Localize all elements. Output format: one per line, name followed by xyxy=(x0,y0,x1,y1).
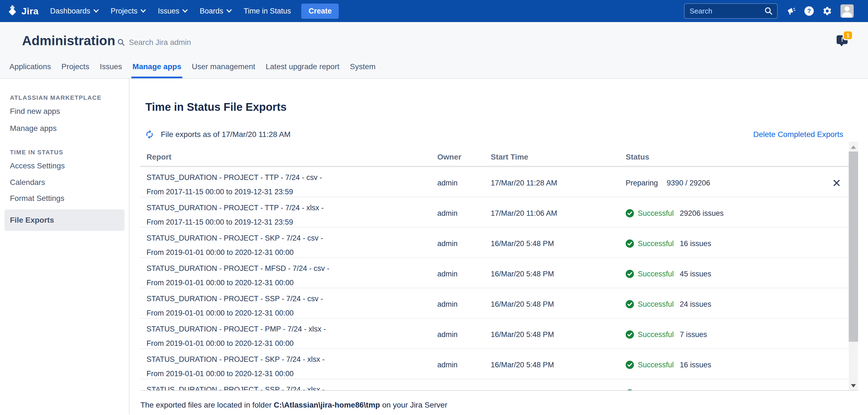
progress-count: 9390 / 29206 xyxy=(667,179,710,187)
user-avatar[interactable] xyxy=(840,4,854,18)
delete-completed-exports-link[interactable]: Delete Completed Exports xyxy=(753,130,843,139)
nav-projects[interactable]: Projects xyxy=(105,0,152,22)
navbar-search-input[interactable] xyxy=(689,7,765,16)
table-row: STATUS_DURATION - PROJECT - TTP - 7/24 -… xyxy=(141,167,849,197)
start-time-cell: 16/Mar/20 5:48 PM xyxy=(491,319,626,351)
chevron-down-icon xyxy=(227,9,231,13)
owner-cell: admin xyxy=(437,167,491,199)
tab-applications[interactable]: Applications xyxy=(9,62,51,78)
nav-time-in-status[interactable]: Time in Status xyxy=(238,0,297,22)
table-row: STATUS_DURATION - PROJECT - SKP - 7/24 -… xyxy=(141,228,849,258)
admin-tabs: Applications Projects Issues Manage apps… xyxy=(0,62,376,78)
status-cell: Preparing 9390 / 29206 xyxy=(626,167,825,199)
col-owner: Owner xyxy=(437,146,491,161)
nav-dashboards[interactable]: Dashboards xyxy=(44,0,105,22)
tab-manage-apps[interactable]: Manage apps xyxy=(132,62,181,78)
notification-badge: 1 xyxy=(844,31,852,39)
success-icon xyxy=(626,270,634,278)
scrollbar-thumb[interactable] xyxy=(849,152,858,342)
help-icon: ? xyxy=(804,6,814,16)
report-cell: STATUS_DURATION - PROJECT - MFSD - 7/24 … xyxy=(147,258,437,290)
table-row: STATUS_DURATION - PROJECT - SSP - 7/24 -… xyxy=(141,379,849,391)
sidebar-section-marketplace: ATLASSIAN MARKETPLACE xyxy=(0,79,129,101)
status-cell: Successful 16 issues xyxy=(626,349,825,381)
status-cell xyxy=(626,379,825,391)
scroll-down-icon[interactable] xyxy=(851,384,856,387)
chevron-down-icon xyxy=(141,9,146,13)
table-header: Report Owner Start Time Status xyxy=(141,142,849,167)
issues-count: 7 issues xyxy=(680,330,707,339)
as-of-label: File exports as of 17/Mar/20 11:28 AM xyxy=(161,130,290,139)
content-title: Time in Status File Exports xyxy=(146,101,287,113)
jira-logo[interactable]: Jira xyxy=(7,5,38,17)
owner-cell: admin xyxy=(437,228,491,260)
tab-user-management[interactable]: User management xyxy=(192,62,255,78)
exports-table: Report Owner Start Time Status STATUS_DU… xyxy=(141,142,858,391)
status-cell: Successful 45 issues xyxy=(626,258,825,290)
sidebar-item-manage-apps[interactable]: Manage apps xyxy=(0,124,129,132)
success-icon xyxy=(626,209,634,217)
search-icon xyxy=(765,7,773,15)
export-location-note: The exported files are located in folder… xyxy=(141,401,447,410)
start-time-cell: 16/Mar/20 5:48 PM xyxy=(491,288,626,320)
start-time-cell: 17/Mar/20 11:28 AM xyxy=(491,167,626,199)
tab-latest-upgrade-report[interactable]: Latest upgrade report xyxy=(266,62,340,78)
sidebar-item-find-new-apps[interactable]: Find new apps xyxy=(0,108,129,115)
report-cell: STATUS_DURATION - PROJECT - SSP - 7/24 -… xyxy=(147,379,437,391)
main-content: Time in Status File Exports File exports… xyxy=(129,79,868,414)
success-icon xyxy=(626,300,634,308)
start-time-cell: 16/Mar/20 5:48 PM xyxy=(491,258,626,290)
create-button[interactable]: Create xyxy=(301,4,339,19)
status-label: Successful xyxy=(638,300,674,308)
issues-count: 24 issues xyxy=(680,300,711,308)
admin-header: Administration Search Jira admin ! 1 App… xyxy=(0,22,868,79)
table-scrollbar[interactable] xyxy=(849,142,858,390)
start-time-cell: 17/Mar/20 11:06 AM xyxy=(491,197,626,229)
owner-cell: admin xyxy=(437,288,491,320)
refresh-icon[interactable] xyxy=(145,130,154,139)
sidebar-item-file-exports[interactable]: File Exports xyxy=(4,209,124,231)
feedback-button[interactable] xyxy=(786,6,796,16)
report-cell: STATUS_DURATION - PROJECT - SKP - 7/24 -… xyxy=(147,349,437,381)
page: Jira Dashboards Projects Issues Boards T… xyxy=(0,0,868,415)
settings-button[interactable] xyxy=(822,6,832,16)
tab-issues[interactable]: Issues xyxy=(100,62,122,78)
table-row: STATUS_DURATION - PROJECT - TTP - 7/24 -… xyxy=(141,197,849,228)
table-row: STATUS_DURATION - PROJECT - SSP - 7/24 -… xyxy=(141,288,849,319)
start-time-cell: 16/Mar/20 5:48 PM xyxy=(491,349,626,381)
owner-cell: admin xyxy=(437,197,491,229)
chevron-down-icon xyxy=(94,9,99,13)
nav-issues[interactable]: Issues xyxy=(152,0,194,22)
status-label: Successful xyxy=(638,270,674,278)
sidebar-item-format-settings[interactable]: Format Settings xyxy=(0,195,129,202)
sidebar-item-access-settings[interactable]: Access Settings xyxy=(0,162,129,170)
status-cell: Successful 29206 issues xyxy=(626,197,825,229)
success-icon xyxy=(626,330,634,339)
report-cell: STATUS_DURATION - PROJECT - PMP - 7/24 -… xyxy=(147,319,437,351)
status-label: Successful xyxy=(638,239,674,248)
issues-count: 16 issues xyxy=(680,361,711,369)
top-navbar: Jira Dashboards Projects Issues Boards T… xyxy=(0,0,868,22)
navbar-search[interactable] xyxy=(684,3,778,19)
start-time-cell: 16/Mar/20 5:48 PM xyxy=(491,228,626,260)
table-row: STATUS_DURATION - PROJECT - SKP - 7/24 -… xyxy=(141,349,849,379)
gear-icon xyxy=(822,6,832,16)
status-label: Successful xyxy=(638,209,674,218)
tab-system[interactable]: System xyxy=(350,62,376,78)
issues-count: 16 issues xyxy=(680,239,711,248)
admin-search[interactable]: Search Jira admin xyxy=(117,38,191,47)
nav-boards[interactable]: Boards xyxy=(194,0,238,22)
admin-search-placeholder: Search Jira admin xyxy=(129,38,191,47)
owner-cell: admin xyxy=(437,319,491,351)
scroll-up-icon[interactable] xyxy=(851,146,856,149)
status-cell: Successful 16 issues xyxy=(626,228,825,260)
notification-icon[interactable]: ! 1 xyxy=(837,33,853,49)
tab-projects[interactable]: Projects xyxy=(61,62,89,78)
col-start-time: Start Time xyxy=(491,146,626,161)
jira-logo-icon xyxy=(7,5,18,17)
cancel-icon[interactable] xyxy=(833,179,840,187)
help-button[interactable]: ? xyxy=(804,6,814,16)
report-cell: STATUS_DURATION - PROJECT - SSP - 7/24 -… xyxy=(147,288,437,320)
sidebar-item-calendars[interactable]: Calendars xyxy=(0,179,129,186)
brand-name: Jira xyxy=(22,6,38,17)
